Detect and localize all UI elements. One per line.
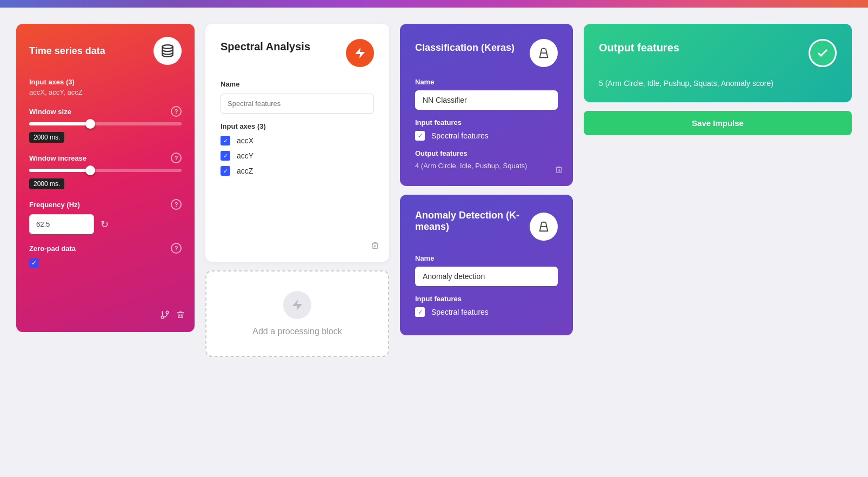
window-increase-slider[interactable] — [29, 169, 182, 172]
window-size-label: Window size — [29, 108, 71, 116]
flask-icon-circle-anomaly — [530, 213, 558, 241]
anomaly-input-features-label: Input features — [415, 295, 558, 303]
window-increase-question[interactable]: ? — [171, 153, 182, 163]
add-block-label: Add a processing block — [252, 327, 342, 336]
check-icon-circle — [809, 39, 837, 67]
anomaly-detection-card: Anomaly Detection (K-means) Name Input f… — [400, 195, 573, 335]
spectral-features-checkbox-cls[interactable]: ✓ — [415, 131, 425, 141]
classification-output-features-value: 4 (Arm Circle, Idle, Pushup, Squats) — [415, 162, 558, 170]
checkbox-accX: ✓ accX — [221, 136, 374, 145]
classification-card: Classification (Keras) Name Input featur… — [400, 24, 573, 186]
svg-point-3 — [161, 316, 164, 319]
window-increase-badge: 2000 ms. — [29, 178, 64, 189]
frequency-input[interactable] — [29, 214, 94, 234]
spectral-trash-icon[interactable] — [371, 241, 379, 252]
spectral-analysis-card: Spectral Analysis Name Input axes (3) ✓ … — [205, 24, 389, 262]
output-features-title: Output features — [599, 42, 679, 54]
save-impulse-button[interactable]: Save Impulse — [584, 111, 852, 135]
window-size-badge: 2000 ms. — [29, 132, 64, 143]
frequency-label: Frequency (Hz) — [29, 201, 80, 209]
window-size-question[interactable]: ? — [171, 106, 182, 117]
top-bar — [0, 0, 868, 8]
input-axes-label: Input axes (3) — [29, 78, 182, 86]
spectral-name-input[interactable] — [221, 94, 374, 114]
window-increase-label: Window increase — [29, 154, 86, 162]
accX-checkbox[interactable]: ✓ — [221, 136, 230, 145]
accY-checkbox[interactable]: ✓ — [221, 151, 230, 161]
accZ-checkbox[interactable]: ✓ — [221, 166, 230, 176]
classification-input-features-label: Input features — [415, 118, 558, 127]
zero-pad-label: Zero-pad data — [29, 244, 76, 253]
svg-marker-5 — [292, 300, 302, 310]
classification-trash-icon[interactable] — [555, 165, 563, 176]
database-icon-circle — [153, 37, 182, 65]
add-block-bolt-icon — [283, 291, 311, 319]
checkbox-accZ: ✓ accZ — [221, 166, 374, 176]
spectral-features-label-anomaly: Spectral features — [431, 308, 489, 316]
anomaly-name-label: Name — [415, 254, 558, 262]
checkbox-accY: ✓ accY — [221, 151, 374, 161]
classification-title: Classification (Keras) — [415, 42, 515, 54]
branch-icon-button[interactable] — [160, 310, 170, 322]
anomaly-name-input[interactable] — [415, 267, 558, 286]
bolt-icon-circle — [346, 39, 374, 67]
window-size-slider[interactable] — [29, 122, 182, 125]
input-axes-value: accX, accY, accZ — [29, 88, 182, 96]
spectral-name-label: Name — [221, 80, 374, 88]
zero-pad-question[interactable]: ? — [171, 243, 182, 254]
time-series-card: Time series data Input axes (3) accX, ac… — [16, 24, 195, 332]
svg-marker-4 — [355, 48, 365, 58]
classification-output-features-label: Output features — [415, 149, 558, 157]
add-processing-block-card[interactable]: Add a processing block — [205, 270, 389, 357]
anomaly-title: Anomaly Detection (K-means) — [415, 210, 530, 233]
zero-pad-checkbox[interactable]: ✓ — [29, 258, 39, 268]
delete-card-button[interactable] — [176, 310, 185, 322]
spectral-title: Spectral Analysis — [221, 41, 310, 53]
spectral-axes-label: Input axes (3) — [221, 122, 374, 130]
time-series-title: Time series data — [29, 45, 105, 57]
svg-point-0 — [162, 45, 173, 49]
output-features-value: 5 (Arm Circle, Idle, Pushup, Squats, Ano… — [599, 79, 773, 88]
svg-point-2 — [166, 311, 169, 314]
flask-icon-circle-classification — [530, 39, 558, 67]
frequency-question[interactable]: ? — [171, 199, 182, 210]
classification-name-input[interactable] — [415, 90, 558, 110]
classification-name-label: Name — [415, 78, 558, 86]
spectral-features-label-cls: Spectral features — [431, 131, 489, 140]
spectral-features-checkbox-anomaly[interactable]: ✓ — [415, 307, 425, 317]
output-features-card: Output features 5 (Arm Circle, Idle, Pus… — [584, 24, 852, 102]
refresh-button[interactable]: ↻ — [98, 216, 111, 233]
